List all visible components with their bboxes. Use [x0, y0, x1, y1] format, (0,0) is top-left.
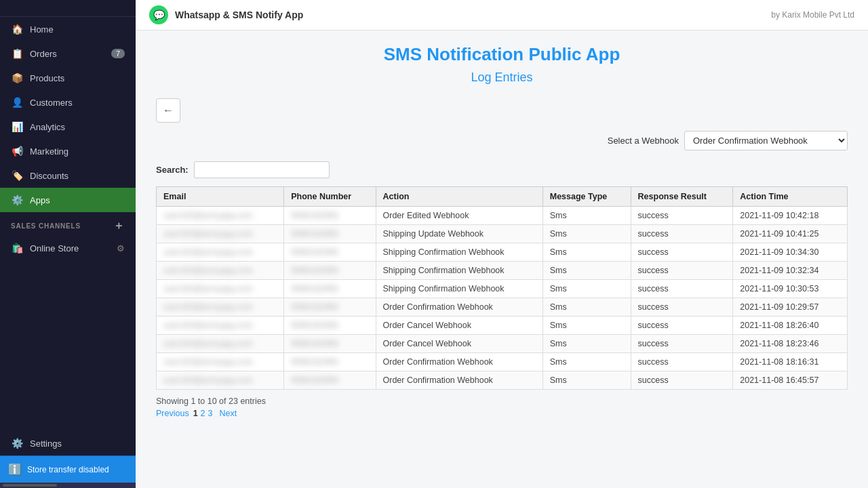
table-row: user183@armyapy.com9580182956Order Confi… [157, 353, 848, 371]
table-header: EmailPhone NumberActionMessage TypeRespo… [157, 187, 848, 207]
search-row: Search: [156, 161, 848, 178]
page-title: SMS Notification Public App [156, 44, 848, 65]
sidebar-item-label-apps: Apps [30, 195, 50, 205]
cell-action: Order Confirmation Webhook [376, 371, 542, 390]
prev-page-link[interactable]: Previous [156, 409, 189, 418]
apps-icon: ⚙️ [11, 195, 23, 205]
cell-action: Shipping Confirmation Webhook [376, 262, 542, 280]
sidebar-item-analytics[interactable]: 📊 Analytics [0, 115, 136, 139]
cell-email: user183@armyapy.com [157, 317, 284, 335]
cell-time: 2021-11-09 10:42:18 [733, 207, 848, 225]
cell-time: 2021-11-08 18:16:31 [733, 353, 848, 371]
next-page-link[interactable]: Next [220, 409, 237, 418]
sidebar-scrollbar[interactable] [0, 483, 136, 488]
cell-email: user183@armyapy.com [157, 243, 284, 262]
cell-action: Shipping Update Webhook [376, 225, 542, 243]
cell-phone: 9580182956 [284, 280, 376, 298]
page-3-link[interactable]: 3 [208, 409, 213, 418]
sidebar-item-discounts[interactable]: 🏷️ Discounts [0, 163, 136, 188]
online-store-settings-icon[interactable]: ⚙ [117, 243, 125, 253]
cell-phone: 9580182956 [284, 298, 376, 317]
sidebar-item-apps[interactable]: ⚙️ Apps [0, 188, 136, 212]
cell-response: success [631, 225, 733, 243]
webhook-selector: Select a Webhook Order Confirmation Webh… [156, 131, 848, 150]
cell-message-type: Sms [542, 262, 631, 280]
sidebar-item-label-marketing: Marketing [30, 146, 68, 157]
cell-message-type: Sms [542, 335, 631, 353]
cell-response: success [631, 317, 733, 335]
content-area: SMS Notification Public App Log Entries … [136, 30, 868, 488]
sidebar-item-label-orders: Orders [30, 49, 57, 59]
cell-response: success [631, 262, 733, 280]
cell-phone: 9580182956 [284, 371, 376, 390]
cell-response: success [631, 298, 733, 317]
cell-time: 2021-11-09 10:30:53 [733, 280, 848, 298]
main-panel: 💬 Whatsapp & SMS Notify App by Karix Mob… [136, 0, 868, 488]
page-1-link[interactable]: 1 [193, 409, 198, 418]
whatsapp-icon: 💬 [153, 9, 165, 20]
cell-message-type: Sms [542, 243, 631, 262]
cell-email: user183@armyapy.com [157, 298, 284, 317]
cell-action: Shipping Confirmation Webhook [376, 280, 542, 298]
sidebar-nav: 🏠 Home 📋 Orders 7📦 Products 👤 Customers … [0, 17, 136, 212]
table-row: user183@armyapy.com9580182956Order Confi… [157, 298, 848, 317]
page-2-link[interactable]: 2 [201, 409, 205, 418]
webhook-select[interactable]: Order Confirmation WebhookShipping Updat… [684, 131, 848, 150]
customers-icon: 👤 [11, 97, 23, 108]
sidebar-item-products[interactable]: 📦 Products [0, 66, 136, 90]
webhook-label: Select a Webhook [608, 136, 679, 146]
badge-orders: 7 [111, 49, 125, 58]
col-email: Email [157, 187, 284, 207]
settings-label: Settings [30, 439, 62, 449]
cell-action: Order Confirmation Webhook [376, 298, 542, 317]
add-sales-channel-button[interactable]: ＋ [113, 219, 125, 233]
col-response-result: Response Result [631, 187, 733, 207]
cell-phone: 9580182956 [284, 353, 376, 371]
cell-time: 2021-11-08 18:23:46 [733, 335, 848, 353]
sidebar-item-home[interactable]: 🏠 Home [0, 17, 136, 41]
sales-channels-label: SALES CHANNELS [11, 222, 81, 230]
cell-email: user183@armyapy.com [157, 371, 284, 390]
table-row: user183@armyapy.com9580182956Shipping Co… [157, 262, 848, 280]
table-row: user183@armyapy.com9580182956Order Confi… [157, 371, 848, 390]
cell-phone: 9580182956 [284, 262, 376, 280]
back-button[interactable]: ← [156, 98, 180, 123]
sidebar-item-marketing[interactable]: 📢 Marketing [0, 139, 136, 163]
table-row: user183@armyapy.com9580182956Shipping Up… [157, 225, 848, 243]
sidebar-item-online-store[interactable]: 🛍️ Online Store ⚙ [0, 236, 136, 260]
cell-message-type: Sms [542, 353, 631, 371]
cell-phone: 9580182956 [284, 207, 376, 225]
sales-channels-section: SALES CHANNELS ＋ [0, 212, 136, 236]
sidebar-item-settings[interactable]: ⚙️ Settings [0, 431, 136, 455]
cell-response: success [631, 353, 733, 371]
cell-email: user183@armyapy.com [157, 262, 284, 280]
store-icon: 🛍️ [11, 243, 23, 253]
cell-time: 2021-11-09 10:41:25 [733, 225, 848, 243]
pagination-info: Showing 1 to 10 of 23 entries [156, 396, 848, 406]
cell-phone: 9580182956 [284, 335, 376, 353]
cell-time: 2021-11-09 10:34:30 [733, 243, 848, 262]
info-icon: ℹ️ [8, 463, 22, 476]
cell-response: success [631, 280, 733, 298]
sidebar-item-label-discounts: Discounts [30, 171, 68, 181]
cell-response: success [631, 243, 733, 262]
products-icon: 📦 [11, 73, 23, 83]
log-entries-table: EmailPhone NumberActionMessage TypeRespo… [156, 186, 848, 390]
cell-phone: 9580182956 [284, 225, 376, 243]
marketing-icon: 📢 [11, 146, 23, 157]
app-bar: 💬 Whatsapp & SMS Notify App by Karix Mob… [136, 0, 868, 30]
cell-response: success [631, 371, 733, 390]
cell-email: user183@armyapy.com [157, 280, 284, 298]
app-bar-left: 💬 Whatsapp & SMS Notify App [149, 5, 303, 24]
cell-message-type: Sms [542, 280, 631, 298]
table-row: user183@armyapy.com9580182956Order Cance… [157, 317, 848, 335]
table-body: user183@armyapy.com9580182956Order Edite… [157, 207, 848, 390]
sidebar-item-label-home: Home [30, 24, 54, 35]
col-action-time: Action Time [733, 187, 848, 207]
sidebar-item-customers[interactable]: 👤 Customers [0, 90, 136, 115]
sidebar-item-orders[interactable]: 📋 Orders 7 [0, 41, 136, 66]
store-transfer-banner: ℹ️ Store transfer disabled [0, 455, 136, 483]
col-action: Action [376, 187, 542, 207]
search-input[interactable] [194, 161, 330, 178]
cell-action: Order Cancel Webhook [376, 335, 542, 353]
